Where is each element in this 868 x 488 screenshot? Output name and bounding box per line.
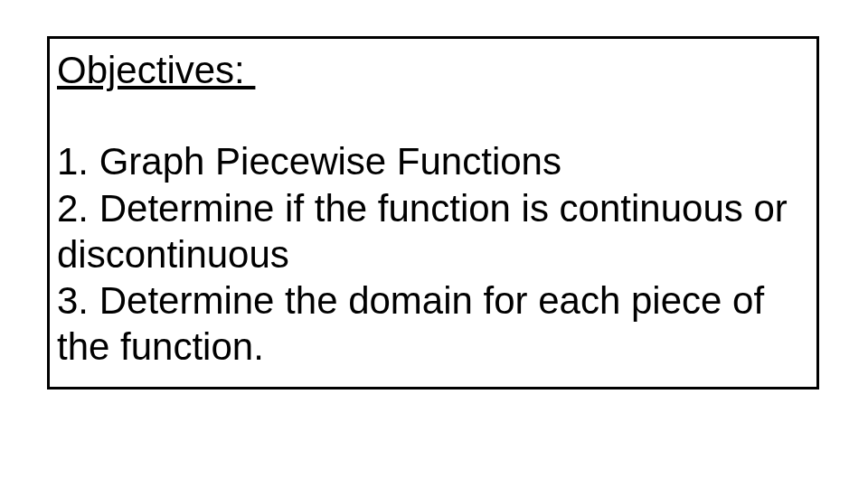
slide: Objectives: 1. Graph Piecewise Functions… (0, 0, 868, 488)
list-item: 3. Determine the domain for each piece o… (57, 277, 809, 370)
objectives-heading: Objectives: (57, 48, 809, 93)
list-item: 2. Determine if the function is continuo… (57, 185, 809, 277)
objectives-list: 1. Graph Piecewise Functions 2. Determin… (57, 138, 809, 370)
list-item: 1. Graph Piecewise Functions (57, 138, 809, 184)
objectives-box: Objectives: 1. Graph Piecewise Functions… (47, 36, 819, 389)
